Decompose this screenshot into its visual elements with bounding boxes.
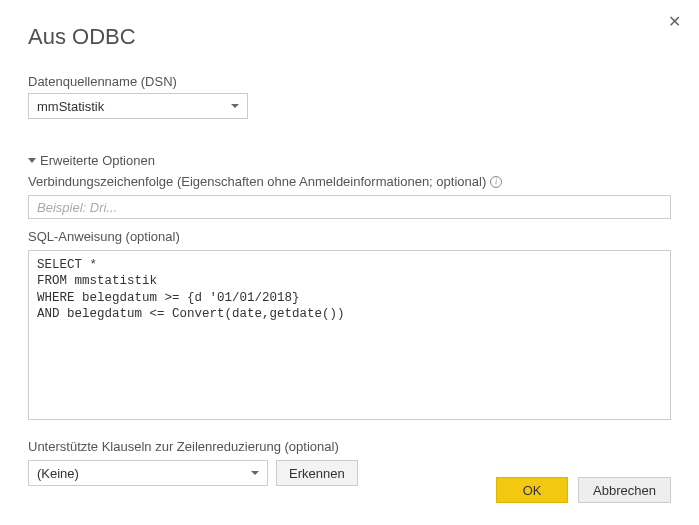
sql-statement-textarea[interactable] [28,250,671,420]
chevron-down-icon [231,104,239,108]
row-reduction-selected-value: (Keine) [37,466,79,481]
dsn-selected-value: mmStatistik [37,99,104,114]
dialog-title: Aus ODBC [28,24,671,50]
cancel-button[interactable]: Abbrechen [578,477,671,503]
chevron-down-icon [28,158,36,163]
connection-string-input[interactable] [28,195,671,219]
chevron-down-icon [251,471,259,475]
connection-string-label-text: Verbindungszeichenfolge (Eigenschaften o… [28,174,486,189]
close-button[interactable]: ✕ [664,10,685,34]
sql-statement-label: SQL-Anweisung (optional) [28,229,671,244]
connection-string-label: Verbindungszeichenfolge (Eigenschaften o… [28,174,671,189]
advanced-options-toggle[interactable]: Erweiterte Optionen [28,153,671,168]
detect-button[interactable]: Erkennen [276,460,358,486]
row-reduction-dropdown[interactable]: (Keine) [28,460,268,486]
row-reduction-label: Unterstützte Klauseln zur Zeilenreduzier… [28,439,671,454]
dsn-label: Datenquellenname (DSN) [28,74,671,89]
dialog-button-bar: OK Abbrechen [496,477,671,503]
ok-button[interactable]: OK [496,477,568,503]
close-icon: ✕ [668,13,681,30]
dsn-dropdown[interactable]: mmStatistik [28,93,248,119]
advanced-options-label: Erweiterte Optionen [40,153,155,168]
info-icon[interactable]: i [490,176,502,188]
